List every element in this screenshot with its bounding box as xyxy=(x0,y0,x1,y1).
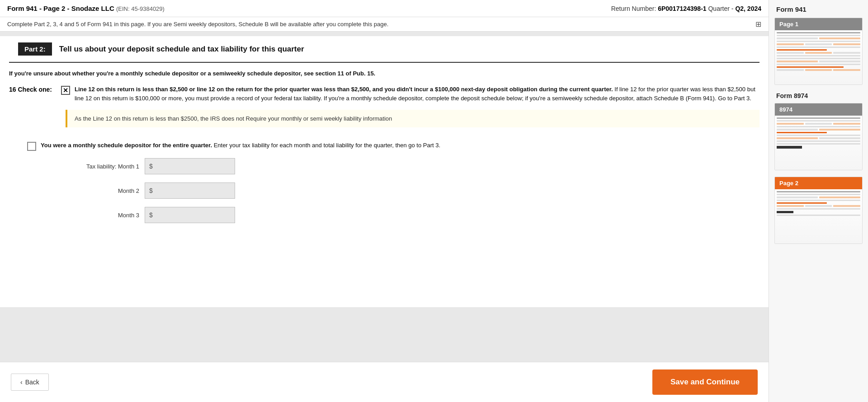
option-b-text-normal: Enter your tax liability for each month … xyxy=(214,142,441,149)
form-content: If you're unsure about whether you're a … xyxy=(0,63,769,240)
part2-header: Part 2: Tell us about your deposit sched… xyxy=(9,36,760,63)
option-a-row: ✕ Line 12 on this return is less than $2… xyxy=(52,85,760,103)
preview-block-p2-1 xyxy=(777,196,860,198)
sidebar-form941-title: Form 941 xyxy=(774,5,863,13)
preview-cell-b2 xyxy=(819,129,860,131)
sidebar-page1-header: Page 1 xyxy=(775,18,862,30)
preview-cell-11 xyxy=(777,69,804,71)
dollar-sign-2: $ xyxy=(149,187,153,194)
back-button[interactable]: ‹ Back xyxy=(11,374,49,391)
preview-line-2 xyxy=(777,35,860,36)
preview-cell-a1 xyxy=(777,123,804,125)
option-a-container: ✕ Line 12 on this return is less than $2… xyxy=(52,85,760,132)
preview-line-4 xyxy=(777,47,860,48)
tax-input-month3[interactable] xyxy=(145,207,235,223)
preview-block-1 xyxy=(777,37,860,39)
sidebar-page1-card[interactable]: Page 1 xyxy=(774,18,863,85)
preview-cell-13 xyxy=(833,69,860,71)
preview-line-7 xyxy=(777,58,860,59)
preview-cell-b1 xyxy=(777,129,818,131)
preview-cell-p2-4 xyxy=(805,205,832,207)
page-header-left: Form 941 - Page 2 - Snodaze LLC (EIN: 45… xyxy=(7,5,165,12)
preview-line-p2-5 xyxy=(777,208,860,210)
preview-bar-p2 xyxy=(777,211,793,213)
dollar-sign-3: $ xyxy=(149,211,153,219)
dollar-sign-1: $ xyxy=(149,163,153,170)
separator1: - xyxy=(39,5,43,12)
preview-block-5 xyxy=(777,69,860,71)
sidebar-page2-header: Page 2 xyxy=(775,177,862,189)
tax-row-month2: Month 2 $ xyxy=(45,182,760,199)
preview-line-8 xyxy=(777,64,860,65)
preview-line-g xyxy=(777,143,860,145)
preview-cell-a3 xyxy=(833,123,860,125)
preview-block-a xyxy=(777,123,860,125)
preview-block-2 xyxy=(777,43,860,45)
preview-line-f xyxy=(777,140,860,142)
preview-cell-8 xyxy=(833,52,860,54)
option-b-checkbox[interactable] xyxy=(27,142,36,151)
preview-line-p2-6 xyxy=(777,215,860,216)
option-b-checkbox-wrapper[interactable] xyxy=(27,142,36,151)
preview-line-e xyxy=(777,135,860,136)
page1-form-preview xyxy=(775,30,862,84)
form-area: Part 2: Tell us about your deposit sched… xyxy=(0,32,769,362)
option-b-row: You were a monthly schedule depositor fo… xyxy=(18,141,760,151)
preview-line-c xyxy=(777,126,860,127)
back-label: Back xyxy=(25,379,39,386)
tax-input-month1-wrapper: $ xyxy=(145,158,235,174)
tax-input-month1[interactable] xyxy=(145,158,235,174)
sidebar-page1-preview xyxy=(775,30,862,84)
preview-line-d xyxy=(777,132,827,133)
preview-bar xyxy=(777,146,802,149)
tax-input-month2[interactable] xyxy=(145,182,235,199)
part2-label: Part 2: xyxy=(18,42,52,56)
preview-cell-a2 xyxy=(805,123,832,125)
option-a-checkbox[interactable]: ✕ xyxy=(61,86,70,95)
preview-line-9 xyxy=(777,66,844,68)
separator2: - xyxy=(67,5,71,12)
info-box-text: As the Line 12 on this return is less th… xyxy=(75,115,392,122)
option-b-text-bold: You were a monthly schedule depositor fo… xyxy=(41,142,212,149)
option-a-checkbox-wrapper[interactable]: ✕ xyxy=(61,86,70,95)
preview-cell-3 xyxy=(777,43,804,45)
sidebar-form8974-preview xyxy=(775,116,862,170)
sidebar-form8974-title: Form 8974 xyxy=(776,92,863,99)
preview-block-4 xyxy=(777,61,860,62)
preview-cell-p2-3 xyxy=(777,205,804,207)
sub-header: Complete Part 2, 3, 4 and 5 of Form 941 … xyxy=(0,17,769,32)
preview-block-c xyxy=(777,137,860,139)
expand-icon[interactable]: ⊞ xyxy=(755,20,761,28)
option-a-text: Line 12 on this return is less than $2,5… xyxy=(75,85,760,103)
return-number: 6P0017124398-1 xyxy=(658,5,706,12)
preview-cell-6 xyxy=(777,52,804,54)
preview-cell-1 xyxy=(777,37,818,39)
page-footer: ‹ Back Save and Continue xyxy=(0,362,769,402)
preview-line-b xyxy=(777,120,860,122)
ein: (EIN: 45-9384029) xyxy=(116,5,165,12)
tax-label-month2: Month 2 xyxy=(45,187,145,194)
preview-cell-4 xyxy=(805,43,832,45)
sidebar-form8974-header: 8974 xyxy=(775,103,862,116)
preview-cell-10 xyxy=(819,61,860,62)
sidebar: Form 941 Page 1 xyxy=(769,0,868,402)
preview-line-p2-2 xyxy=(777,194,860,195)
save-continue-button[interactable]: Save and Continue xyxy=(652,369,758,395)
sidebar-page2-card[interactable]: Page 2 xyxy=(774,177,863,244)
return-label: Return Number: xyxy=(611,5,656,12)
preview-cell-p2-2 xyxy=(819,196,860,198)
company-name: Snodaze LLC xyxy=(71,5,114,12)
back-chevron-icon: ‹ xyxy=(20,379,23,386)
preview-block-3 xyxy=(777,52,860,54)
tax-label-month1: Tax liability: Month 1 xyxy=(45,163,145,170)
preview-cell-9 xyxy=(777,61,818,62)
sidebar-form8974-card[interactable]: 8974 xyxy=(774,103,863,170)
info-line: If you're unsure about whether you're a … xyxy=(9,70,760,77)
preview-cell-7 xyxy=(805,52,832,54)
part2-title: Tell us about your deposit schedule and … xyxy=(59,45,304,54)
preview-cell-c1 xyxy=(777,137,818,139)
page-header: Form 941 - Page 2 - Snodaze LLC (EIN: 45… xyxy=(0,0,769,17)
preview-cell-5 xyxy=(833,43,860,45)
preview-cell-p2-5 xyxy=(833,205,860,207)
preview-line-3 xyxy=(777,41,860,42)
